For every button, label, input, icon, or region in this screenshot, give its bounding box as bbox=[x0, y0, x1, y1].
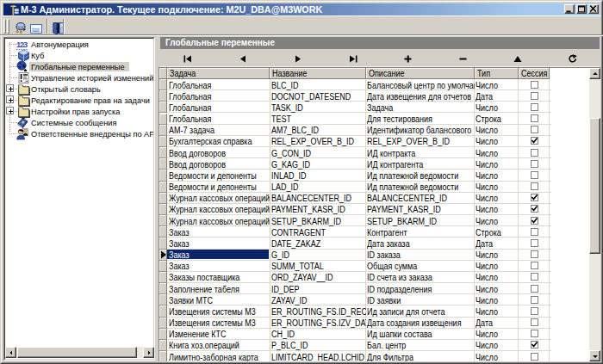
svg-text:123: 123 bbox=[16, 40, 28, 49]
